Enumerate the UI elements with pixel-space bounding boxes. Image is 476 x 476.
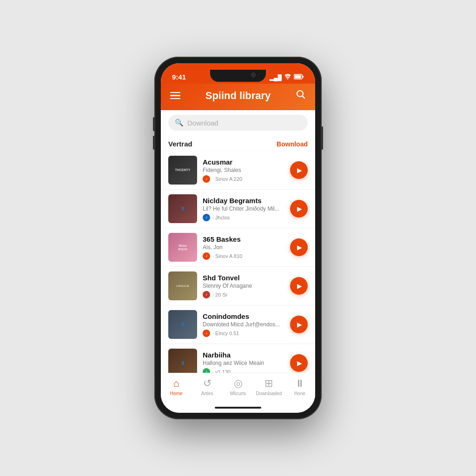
track-name: 365 Baskes [203, 235, 284, 243]
nav-item-arties[interactable]: ↺ Arties [192, 377, 222, 396]
meta-badge: ♪ [203, 214, 210, 221]
meta-text: · Sinov A 810 [212, 253, 242, 259]
meta-badge: ♪ [203, 175, 210, 183]
nav-item-home[interactable]: ⌂ Home [161, 377, 192, 396]
home-indicator [161, 403, 315, 413]
track-subtitle: Fidengi, Shales [203, 167, 284, 173]
play-button[interactable]: ▶ [290, 161, 308, 179]
track-subtitle: Slenniy Of Anagane [203, 283, 284, 289]
play-button[interactable]: ▶ [290, 316, 308, 333]
meta-text: · Jhclos [212, 215, 230, 220]
meta-text: · 20 Sr [212, 292, 227, 298]
phone-mockup: 9:41 ▂▄█ [154, 57, 322, 419]
track-thumbnail: Noseanyos [168, 233, 197, 262]
nav-item-mlicurts[interactable]: ◎ Mlicurts [223, 377, 253, 396]
play-icon: ▶ [297, 359, 302, 367]
track-name: Niclday Begramts [203, 197, 284, 205]
play-icon: ▶ [297, 166, 302, 174]
app-header: Spiind library [161, 84, 315, 110]
track-info: Niclday Begramts Lil? He ful Chiter Jini… [203, 197, 284, 221]
track-meta: ♪ · v1 130 [203, 368, 284, 373]
bottom-nav: ⌂ Home ↺ Arties ◎ Mlicurts ⊞ Downloaded … [161, 373, 315, 403]
meta-badge: ♪ [203, 291, 210, 298]
status-time: 9:41 [172, 73, 186, 81]
play-icon: ▶ [297, 244, 302, 251]
play-icon: ▶ [297, 205, 302, 212]
track-thumbnail: LACLLLE [168, 271, 197, 300]
phone-screen: 9:41 ▂▄█ [161, 63, 315, 413]
signal-icon: ▂▄█ [270, 74, 282, 81]
home-bar [215, 407, 261, 409]
play-button[interactable]: ▶ [290, 354, 308, 372]
meta-text: · Elncy 0.51 [212, 331, 239, 336]
track-name: Narbiiha [203, 351, 284, 359]
hone-nav-icon: ⏸ [295, 377, 305, 390]
svg-rect-1 [295, 75, 301, 79]
hone-nav-label: Hone [294, 391, 305, 396]
track-subtitle: Hallong aez Wiice Meain [203, 360, 284, 366]
section-action[interactable]: Bownload [277, 140, 308, 148]
track-item[interactable]: 👤 Niclday Begramts Lil? He ful Chiter Ji… [161, 190, 315, 228]
play-button[interactable]: ▶ [290, 277, 308, 295]
meta-text: · Sinov A 220 [212, 176, 242, 182]
track-name: Shd Tonvel [203, 274, 284, 282]
downloaded-nav-icon: ⊞ [264, 377, 273, 390]
play-button[interactable]: ▶ [290, 238, 308, 256]
track-meta: ♪ · Jhclos [203, 214, 284, 221]
search-bar-wrapper: 🔍 Download [161, 110, 315, 135]
section-header: Vertrad Bownload [161, 135, 315, 151]
meta-text: · v1 130 [212, 369, 231, 373]
track-item[interactable]: LACLLLE Shd Tonvel Slenniy Of Anagane ♪ … [161, 267, 315, 305]
nav-item-downloaded[interactable]: ⊞ Downloaded [253, 377, 284, 396]
arties-nav-icon: ↺ [203, 377, 212, 390]
volume-down-button [153, 136, 155, 150]
home-nav-icon: ⌂ [173, 377, 179, 390]
track-thumbnail: THCENTY [168, 156, 197, 185]
track-thumbnail: 👤 [168, 310, 197, 339]
search-input[interactable]: Download [187, 119, 218, 127]
downloaded-nav-label: Downloaded [256, 391, 282, 396]
mlicurts-nav-icon: ◎ [234, 377, 243, 390]
track-name: Acusmar [203, 158, 284, 166]
track-subtitle: Downloted Miicd Jurf@endos... [203, 321, 284, 328]
track-meta: ♪ · Elncy 0.51 [203, 330, 284, 337]
main-content: 🔍 Download Vertrad Bownload THCENTY [161, 110, 315, 373]
track-thumbnail: 👤 [168, 194, 197, 223]
menu-button[interactable] [170, 92, 180, 99]
battery-icon [294, 74, 304, 81]
track-subtitle: Lil? He ful Chiter Jiniðody Mil... [203, 205, 284, 212]
notch [210, 70, 266, 82]
play-icon: ▶ [297, 321, 302, 328]
mlicurts-nav-label: Mlicurts [230, 391, 246, 396]
meta-badge: ♪ [203, 368, 210, 373]
track-item[interactable]: 👤 Conindomdes Downloted Miicd Jurf@endos… [161, 305, 315, 344]
track-item[interactable]: THCENTY Acusmar Fidengi, Shales ♪ · Sino… [161, 151, 315, 190]
nav-item-hone[interactable]: ⏸ Hone [284, 377, 315, 396]
section-title: Vertrad [168, 140, 192, 148]
track-meta: ♪ · 20 Sr [203, 291, 284, 298]
app-title: Spiind library [205, 90, 271, 102]
track-info: Narbiiha Hallong aez Wiice Meain ♪ · v1 … [203, 351, 284, 373]
track-item[interactable]: 👤 Narbiiha Hallong aez Wiice Meain ♪ · v… [161, 344, 315, 373]
track-name: Conindomdes [203, 312, 284, 320]
svg-rect-2 [303, 76, 304, 78]
arties-nav-label: Arties [201, 391, 213, 396]
search-input-icon: 🔍 [175, 119, 184, 127]
track-info: Acusmar Fidengi, Shales ♪ · Sinov A 220 [203, 158, 284, 183]
volume-up-button [153, 117, 155, 131]
meta-badge: ♪ [203, 252, 210, 260]
play-button[interactable]: ▶ [290, 200, 308, 218]
meta-badge: ♪ [203, 330, 210, 337]
status-icons: ▂▄█ [270, 74, 304, 81]
home-nav-label: Home [170, 391, 183, 396]
track-meta: ♪ · Sinov A 810 [203, 252, 284, 260]
track-item[interactable]: Noseanyos 365 Baskes Als, Jon ♪ · Sinov … [161, 228, 315, 267]
search-button[interactable] [296, 89, 306, 102]
svg-line-4 [303, 96, 305, 99]
track-info: 365 Baskes Als, Jon ♪ · Sinov A 810 [203, 235, 284, 260]
search-input-wrapper[interactable]: 🔍 Download [168, 115, 308, 131]
power-button [321, 126, 323, 150]
wifi-icon [284, 74, 291, 81]
track-subtitle: Als, Jon [203, 244, 284, 251]
front-camera [251, 73, 256, 77]
